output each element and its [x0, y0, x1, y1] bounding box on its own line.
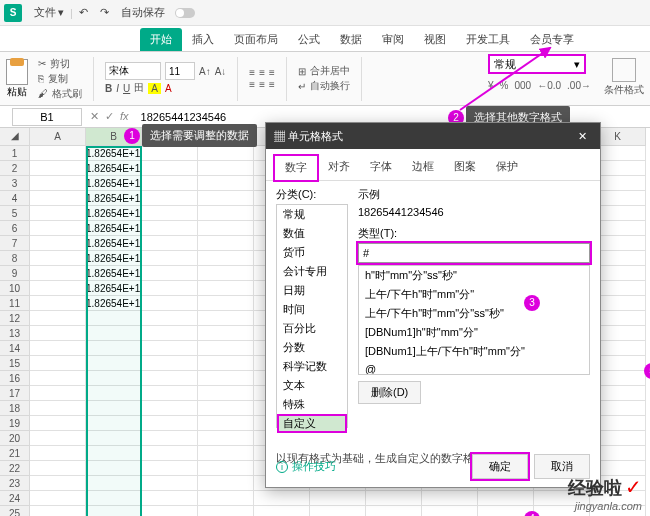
cell[interactable]	[198, 446, 254, 461]
align-mid-icon[interactable]: ≡	[259, 67, 265, 78]
dialog-titlebar[interactable]: ▦ 单元格格式 ✕	[266, 123, 600, 149]
cancel-icon[interactable]: ✕	[90, 110, 99, 123]
tab-member[interactable]: 会员专享	[520, 28, 584, 51]
cell[interactable]	[30, 221, 86, 236]
cell[interactable]	[142, 431, 198, 446]
category-item[interactable]: 货币	[277, 243, 347, 262]
row-header[interactable]: 1	[0, 146, 30, 161]
cell[interactable]	[142, 221, 198, 236]
delete-button[interactable]: 删除(D)	[358, 381, 421, 404]
type-list[interactable]: h"时"mm"分"ss"秒"上午/下午h"时"mm"分"上午/下午h"时"mm"…	[358, 265, 590, 375]
cell[interactable]	[30, 161, 86, 176]
percent-icon[interactable]: %	[500, 80, 509, 91]
cell[interactable]	[30, 371, 86, 386]
border-button[interactable]: 田	[134, 81, 144, 95]
cell[interactable]	[86, 401, 142, 416]
dlg-tab-align[interactable]: 对齐	[318, 155, 360, 180]
ok-button[interactable]: 确定	[472, 454, 528, 479]
align-left-icon[interactable]: ≡	[249, 79, 255, 90]
row-header[interactable]: 7	[0, 236, 30, 251]
row-header[interactable]: 24	[0, 491, 30, 506]
tips-link[interactable]: i操作技巧	[276, 459, 336, 474]
cell[interactable]	[86, 491, 142, 506]
font-color[interactable]: A	[165, 83, 172, 94]
category-item[interactable]: 日期	[277, 281, 347, 300]
cell[interactable]	[198, 341, 254, 356]
cell[interactable]	[30, 236, 86, 251]
cell[interactable]: 1.82654E+13	[86, 191, 142, 206]
col-header[interactable]: A	[30, 128, 86, 146]
cell[interactable]	[30, 491, 86, 506]
cell[interactable]	[142, 446, 198, 461]
cell[interactable]	[86, 356, 142, 371]
cell[interactable]	[86, 326, 142, 341]
cell[interactable]	[198, 221, 254, 236]
dec-inc-icon[interactable]: ←0.0	[537, 80, 561, 91]
cell[interactable]	[254, 506, 310, 516]
cell[interactable]	[478, 491, 534, 506]
tab-review[interactable]: 审阅	[372, 28, 414, 51]
cell[interactable]	[30, 191, 86, 206]
row-header[interactable]: 15	[0, 356, 30, 371]
format-painter[interactable]: 🖌 格式刷	[38, 87, 82, 101]
cell[interactable]	[142, 281, 198, 296]
cell[interactable]	[198, 281, 254, 296]
dlg-tab-font[interactable]: 字体	[360, 155, 402, 180]
row-header[interactable]: 12	[0, 311, 30, 326]
currency-icon[interactable]: ¥	[488, 80, 494, 91]
cell[interactable]	[198, 176, 254, 191]
category-item[interactable]: 分数	[277, 338, 347, 357]
row-header[interactable]: 14	[0, 341, 30, 356]
cell[interactable]	[30, 356, 86, 371]
cell[interactable]: 1.82654E+13	[86, 206, 142, 221]
tab-home[interactable]: 开始	[140, 28, 182, 51]
fill-color[interactable]: A	[148, 83, 161, 94]
cell[interactable]	[142, 266, 198, 281]
merge-button[interactable]: ⊞ 合并居中	[298, 64, 350, 78]
cell[interactable]	[198, 401, 254, 416]
cell[interactable]	[86, 461, 142, 476]
cell[interactable]	[366, 491, 422, 506]
row-header[interactable]: 22	[0, 461, 30, 476]
cell[interactable]	[86, 386, 142, 401]
italic-button[interactable]: I	[116, 83, 119, 94]
tab-dev[interactable]: 开发工具	[456, 28, 520, 51]
dlg-tab-number[interactable]: 数字	[274, 155, 318, 181]
grow-font-icon[interactable]: A↑	[199, 66, 211, 77]
cell[interactable]: 1.82654E+13	[86, 146, 142, 161]
cell[interactable]: 1.82654E+13	[86, 236, 142, 251]
row-header[interactable]: 19	[0, 416, 30, 431]
cell[interactable]	[310, 491, 366, 506]
cell[interactable]	[30, 431, 86, 446]
cell[interactable]	[142, 176, 198, 191]
cell[interactable]	[30, 401, 86, 416]
confirm-icon[interactable]: ✓	[105, 110, 114, 123]
cell[interactable]	[198, 491, 254, 506]
dlg-tab-fill[interactable]: 图案	[444, 155, 486, 180]
cell[interactable]	[86, 476, 142, 491]
cell[interactable]	[30, 386, 86, 401]
redo-icon[interactable]: ↷	[94, 6, 115, 19]
cell[interactable]	[198, 371, 254, 386]
cell[interactable]	[30, 461, 86, 476]
row-header[interactable]: 17	[0, 386, 30, 401]
type-item[interactable]: 上午/下午h"时"mm"分"	[359, 285, 589, 304]
tab-layout[interactable]: 页面布局	[224, 28, 288, 51]
bold-button[interactable]: B	[105, 83, 112, 94]
cell[interactable]	[30, 416, 86, 431]
type-item[interactable]: 上午/下午h"时"mm"分"ss"秒"	[359, 304, 589, 323]
row-header[interactable]: 13	[0, 326, 30, 341]
cell[interactable]	[366, 506, 422, 516]
row-header[interactable]: 9	[0, 266, 30, 281]
cell[interactable]	[86, 431, 142, 446]
category-item[interactable]: 常规	[277, 205, 347, 224]
align-top-icon[interactable]: ≡	[249, 67, 255, 78]
number-format-dropdown[interactable]: 常规▾	[488, 54, 586, 74]
align-center-icon[interactable]: ≡	[259, 79, 265, 90]
cell[interactable]	[30, 446, 86, 461]
category-item[interactable]: 百分比	[277, 319, 347, 338]
cell[interactable]	[198, 431, 254, 446]
category-item[interactable]: 特殊	[277, 395, 347, 414]
copy-button[interactable]: ⎘ 复制	[38, 72, 82, 86]
font-select[interactable]	[105, 62, 161, 80]
